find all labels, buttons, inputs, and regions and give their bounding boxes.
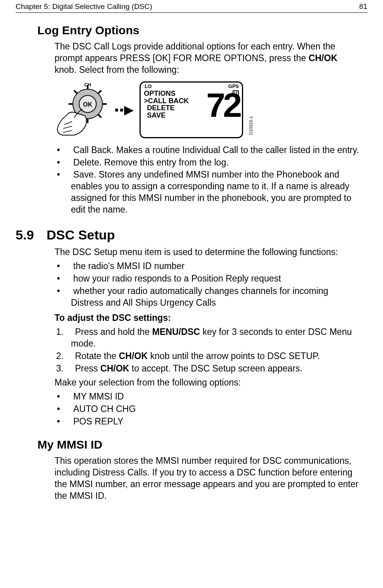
lcd-menu-item: >CALL BACK bbox=[144, 97, 189, 105]
list-item: whether your radio automatically changes… bbox=[55, 285, 360, 309]
list-item: Rotate the CH/OK knob until the arrow po… bbox=[55, 350, 360, 362]
figure-id: D10319-1 bbox=[249, 116, 253, 135]
list-item: Save. Stores any undefined MMSI number i… bbox=[55, 169, 360, 216]
menu-dsc-label: MENU/DSC bbox=[152, 327, 200, 337]
lcd-menu-item: SAVE bbox=[144, 112, 189, 119]
chapter-label: Chapter 5: Digital Selective Calling (DS… bbox=[16, 2, 152, 11]
ch-ok-label: CH/OK bbox=[309, 53, 337, 63]
list-item: Call Back. Makes a routine Individual Ca… bbox=[55, 144, 360, 156]
text: Rotate the bbox=[75, 351, 119, 361]
my-mmsi-body: This operation stores the MMSI number re… bbox=[55, 455, 360, 502]
svg-line-8 bbox=[98, 114, 101, 118]
heading-my-mmsi-id: My MMSI ID bbox=[37, 438, 367, 451]
list-item: Delete. Remove this entry from the log. bbox=[55, 157, 360, 169]
lcd-lo-label: LO bbox=[145, 83, 152, 89]
knob-ch-label: CH bbox=[84, 83, 91, 88]
list-item: Press and hold the MENU/DSC key for 3 se… bbox=[55, 326, 360, 350]
list-item: MY MMSI ID bbox=[55, 391, 360, 403]
dsc-setup-options: MY MMSI ID AUTO CH CHG POS REPLY bbox=[55, 391, 360, 428]
svg-line-6 bbox=[98, 90, 101, 93]
list-item: Press CH/OK to accept. The DSC Setup scr… bbox=[55, 363, 360, 375]
page-number: 81 bbox=[359, 2, 367, 11]
lcd-menu-item: OPTIONS bbox=[144, 90, 189, 97]
knob-ok-label: OK bbox=[83, 101, 92, 108]
list-item: POS REPLY bbox=[55, 416, 360, 428]
list-item: how your radio responds to a Position Re… bbox=[55, 273, 360, 285]
lcd-channel-number: 72 bbox=[206, 91, 240, 132]
dsc-setup-steps: Press and hold the MENU/DSC key for 3 se… bbox=[55, 326, 360, 375]
text: to accept. The DSC Setup screen appears. bbox=[129, 363, 303, 373]
dsc-setup-intro: The DSC Setup menu item is used to deter… bbox=[55, 246, 360, 258]
ch-ok-label: CH/OK bbox=[119, 351, 148, 361]
page-header: Chapter 5: Digital Selective Calling (DS… bbox=[16, 0, 367, 13]
text: knob. Select from the following: bbox=[55, 65, 179, 75]
list-item: the radio's MMSI ID number bbox=[55, 261, 360, 272]
section-number: 5.9 bbox=[16, 227, 43, 243]
lcd-menu: OPTIONS >CALL BACK DELETE SAVE bbox=[144, 89, 189, 132]
heading-dsc-setup: 5.9 DSC Setup bbox=[16, 227, 367, 243]
section-title: DSC Setup bbox=[46, 227, 115, 242]
text: Press and hold the bbox=[75, 327, 152, 337]
svg-line-5 bbox=[74, 90, 77, 93]
list-item: AUTO CH CHG bbox=[55, 403, 360, 415]
arrow-icon: ▪▪▶ bbox=[115, 103, 134, 116]
lcd-screen: U LO GPS OPTIONS >CALL BACK DELETE SAVE … bbox=[139, 81, 243, 138]
lcd-menu-item: DELETE bbox=[144, 104, 189, 112]
post-steps-text: Make your selection from the following o… bbox=[55, 377, 360, 389]
text: Press bbox=[75, 363, 100, 373]
heading-log-entry-options: Log Entry Options bbox=[37, 24, 367, 37]
log-entry-intro: The DSC Call Logs provide additional opt… bbox=[55, 41, 360, 76]
figure-knob-lcd: OK CH ▪▪▶ U LO GPS OPTIONS >CALL BACK DE… bbox=[51, 81, 367, 138]
instruct-heading: To adjust the DSC settings: bbox=[55, 312, 360, 324]
dsc-setup-bullets: the radio's MMSI ID number how your radi… bbox=[55, 261, 360, 309]
text: knob until the arrow points to DSC SETUP… bbox=[148, 351, 320, 361]
text: The DSC Call Logs provide additional opt… bbox=[55, 41, 335, 63]
log-entry-bullets: Call Back. Makes a routine Individual Ca… bbox=[55, 144, 360, 216]
hand-pressing-knob-icon: OK CH bbox=[51, 83, 109, 137]
ch-ok-label: CH/OK bbox=[101, 363, 129, 373]
